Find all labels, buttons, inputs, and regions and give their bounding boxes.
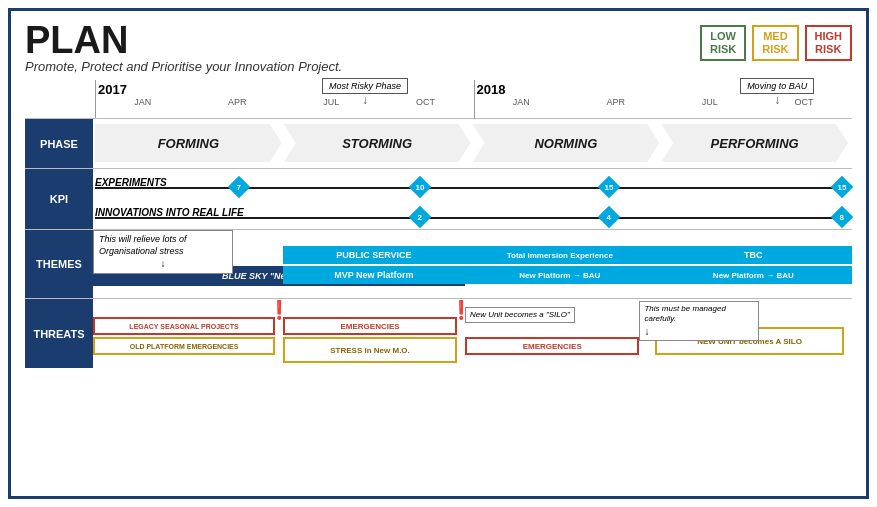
org-stress-text: This will relieve lots ofOrganisational … (99, 234, 187, 256)
exp-diamond-4: 15 (831, 176, 854, 199)
exp-val-4: 15 (838, 183, 847, 192)
phase-label: PHASE (25, 119, 93, 168)
experiments-bar (95, 187, 850, 189)
inn-val-1: 2 (418, 212, 422, 221)
month-apr-2018: APR (607, 97, 626, 107)
themes-label: THEMES (25, 230, 93, 298)
mvp-label: MVP New Platform (334, 270, 413, 280)
month-jan-2017: JAN (134, 97, 151, 107)
managed-callout: This must be managed carefully. ↓ (639, 301, 759, 341)
moving-bau-label: Moving to BAU (740, 78, 814, 94)
mvp-bar: MVP New Platform (283, 266, 465, 284)
phase-norming-label: NORMING (534, 136, 597, 151)
emergencies2-label: EMERGENCIES (523, 342, 582, 351)
legacy-box: LEGACY SEASONAL PROJECTS (93, 317, 275, 335)
most-risky-label: Most Risky Phase (322, 78, 408, 94)
new-unit-silo-callout: New Unit becomes a "SILO" (465, 307, 575, 323)
public-service-label: PUBLIC SERVICE (336, 250, 411, 260)
stress-label: STRESS in New M.O. (330, 346, 410, 355)
phase-content: FORMING STORMING NORMING PERFORMING (93, 119, 852, 168)
year-2017: 2017 JAN APR JUL OCT (95, 80, 474, 118)
risk-legend: LOWRISK MEDRISK HIGHRISK (700, 25, 852, 61)
inn-val-3: 8 (840, 212, 844, 221)
innovations-line: INNOVATIONS INTO REAL LIFE 2 4 8 (95, 203, 850, 225)
threats-row: THREATS ❗ ❗ LEGACY SEASONAL PROJECTS OLD… (25, 298, 852, 368)
threats-label: THREATS (25, 299, 93, 368)
exclamation-1: ❗ (268, 299, 290, 321)
legacy-label: LEGACY SEASONAL PROJECTS (129, 323, 238, 330)
year-2017-label: 2017 (96, 82, 474, 97)
threats-content: ❗ ❗ LEGACY SEASONAL PROJECTS OLD PLATFOR… (93, 299, 852, 368)
exp-val-1: 7 (237, 182, 241, 191)
stress-box: STRESS in New M.O. (283, 337, 458, 363)
total-immersion-bar: Total Immersion Experience (465, 246, 655, 264)
phase-performing: PERFORMING (661, 124, 848, 162)
new-platform-bau1-label: New Platform → BAU (519, 271, 600, 280)
total-immersion-label: Total Immersion Experience (507, 251, 613, 260)
inn-diamond-1: 2 (409, 206, 432, 229)
kpi-label: KPI (25, 169, 93, 229)
inn-diamond-2: 4 (598, 206, 621, 229)
org-stress-callout: This will relieve lots ofOrganisational … (93, 230, 233, 274)
low-risk-badge: LOWRISK (700, 25, 746, 61)
themes-row: THEMES This will relieve lots ofOrganisa… (25, 229, 852, 298)
phase-storming-label: STORMING (342, 136, 412, 151)
med-risk-badge: MEDRISK (752, 25, 798, 61)
exp-diamond-1: 7 (228, 176, 251, 199)
emergencies2-box: EMERGENCIES (465, 337, 640, 355)
tbc-label: TBC (744, 250, 763, 260)
inn-val-2: 4 (607, 212, 611, 221)
phase-storming: STORMING (284, 124, 471, 162)
kpi-content: EXPERIMENTS 7 10 15 15 (93, 169, 852, 229)
timeline-ruler: Most Risky Phase ↓ Moving to BAU ↓ 2017 … (95, 80, 852, 118)
new-platform-bau2-bar: New Platform → BAU (655, 266, 852, 284)
most-risky-callout: Most Risky Phase ↓ (322, 78, 408, 106)
month-apr-2017: APR (228, 97, 247, 107)
months-2017: JAN APR JUL OCT (96, 97, 474, 107)
phase-row: PHASE FORMING STORMING NORMING PERFORMIN… (25, 118, 852, 168)
main-grid: Most Risky Phase ↓ Moving to BAU ↓ 2017 … (25, 80, 852, 368)
exp-val-2: 10 (416, 183, 425, 192)
innovations-bar (95, 217, 850, 219)
kpi-row: KPI EXPERIMENTS 7 10 15 (25, 168, 852, 229)
header: PLAN Promote, Protect and Prioritise you… (25, 21, 852, 78)
phase-norming: NORMING (473, 124, 660, 162)
moving-bau-callout: Moving to BAU ↓ (740, 78, 814, 106)
emergencies1-box: EMERGENCIES (283, 317, 458, 335)
phase-arrows: FORMING STORMING NORMING PERFORMING (95, 122, 850, 164)
month-jul-2018: JUL (702, 97, 718, 107)
main-container: PLAN Promote, Protect and Prioritise you… (8, 8, 869, 499)
public-service-bar: PUBLIC SERVICE (283, 246, 465, 264)
phase-forming: FORMING (95, 124, 282, 162)
subtitle: Promote, Protect and Prioritise your Inn… (25, 59, 342, 74)
themes-content: This will relieve lots ofOrganisational … (93, 230, 852, 298)
month-jan-2018: JAN (513, 97, 530, 107)
exp-diamond-3: 15 (598, 176, 621, 199)
new-platform-bau2-label: New Platform → BAU (713, 271, 794, 280)
inn-diamond-3: 8 (831, 206, 854, 229)
phase-forming-label: FORMING (158, 136, 219, 151)
old-platform-box: OLD PLATFORM EMERGENCIES (93, 337, 275, 355)
tbc-bar: TBC (655, 246, 852, 264)
emergencies1-label: EMERGENCIES (340, 322, 399, 331)
experiments-line: EXPERIMENTS 7 10 15 15 (95, 173, 850, 199)
month-oct-2017: OCT (416, 97, 435, 107)
phase-performing-label: PERFORMING (711, 136, 799, 151)
managed-text: This must be managed carefully. (644, 304, 725, 323)
page-title: PLAN (25, 21, 342, 59)
exp-val-3: 15 (604, 183, 613, 192)
new-unit-silo-text: New Unit becomes a "SILO" (470, 310, 570, 319)
exp-diamond-2: 10 (409, 176, 432, 199)
new-platform-bau1-bar: New Platform → BAU (465, 266, 655, 284)
old-platform-label: OLD PLATFORM EMERGENCIES (130, 343, 239, 350)
high-risk-badge: HIGHRISK (805, 25, 853, 61)
